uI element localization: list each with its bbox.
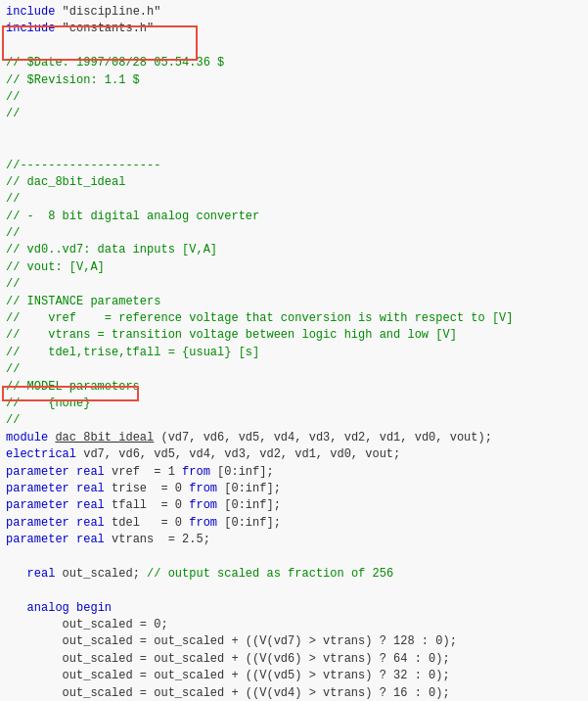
code-line-40: out_scaled = out_scaled + ((V(vd5) > vtr… [6, 668, 582, 684]
code-line-16: // vout: [V,A] [6, 259, 582, 276]
code-editor: include "discipline.h" include "constant… [0, 0, 588, 701]
code-line-4: // $Date: 1997/08/28 05:54:36 $ [6, 55, 582, 71]
code-line-23: // MODEL parameters [6, 379, 582, 396]
code-line-38: out_scaled = out_scaled + ((V(vd7) > vtr… [6, 633, 582, 650]
code-line-7: // [6, 106, 582, 122]
code-line-20: // vtrans = transition voltage between l… [6, 327, 582, 344]
code-line-25: // [6, 412, 582, 429]
code-line-18: // INSTANCE parameters [6, 294, 582, 310]
code-line-22: // [6, 361, 582, 378]
code-line-30: parameter real tfall = 0 from [0:inf]; [6, 497, 582, 514]
code-line-2: include "constants.h" [6, 21, 582, 37]
code-line-12: // [6, 191, 582, 208]
code-line-21: // tdel,trise,tfall = {usual} [s] [6, 345, 582, 361]
code-line-8 [6, 123, 582, 140]
code-line-3 [6, 38, 582, 55]
keyword-include-2: include [6, 22, 55, 35]
code-line-34: real out_scaled; // output scaled as fra… [6, 566, 582, 583]
keyword-include-1: include [6, 5, 55, 19]
code-line-27: electrical vd7, vd6, vd5, vd4, vd3, vd2,… [6, 446, 582, 463]
code-line-26: module dac_8bit_ideal (vd7, vd6, vd5, vd… [6, 430, 582, 446]
code-line-41: out_scaled = out_scaled + ((V(vd4) > vtr… [6, 685, 582, 701]
code-line-13: // - 8 bit digital analog converter [6, 209, 582, 225]
code-line-6: // [6, 89, 582, 106]
code-line-19: // vref = reference voltage that convers… [6, 310, 582, 327]
code-line-36: analog begin [6, 600, 582, 617]
code-line-33 [6, 549, 582, 566]
code-line-9 [6, 140, 582, 157]
module-name: dac_8bit_ideal [55, 431, 154, 444]
code-line-5: // $Revision: 1.1 $ [6, 72, 582, 89]
code-line-31: parameter real tdel = 0 from [0:inf]; [6, 515, 582, 532]
code-line-11: // dac_8bit_ideal [6, 174, 582, 191]
code-line-1: include "discipline.h" [6, 4, 582, 21]
code-line-10: //-------------------- [6, 158, 582, 174]
code-line-14: // [6, 225, 582, 242]
code-line-39: out_scaled = out_scaled + ((V(vd6) > vtr… [6, 651, 582, 668]
code-line-24: // {none} [6, 396, 582, 412]
code-line-15: // vd0..vd7: data inputs [V,A] [6, 242, 582, 258]
code-line-28: parameter real vref = 1 from [0:inf]; [6, 464, 582, 481]
module-keyword: module [6, 431, 48, 444]
code-line-35 [6, 583, 582, 599]
code-line-32: parameter real vtrans = 2.5; [6, 532, 582, 548]
code-line-17: // [6, 276, 582, 293]
code-line-29: parameter real trise = 0 from [0:inf]; [6, 481, 582, 497]
code-line-37: out_scaled = 0; [6, 617, 582, 633]
